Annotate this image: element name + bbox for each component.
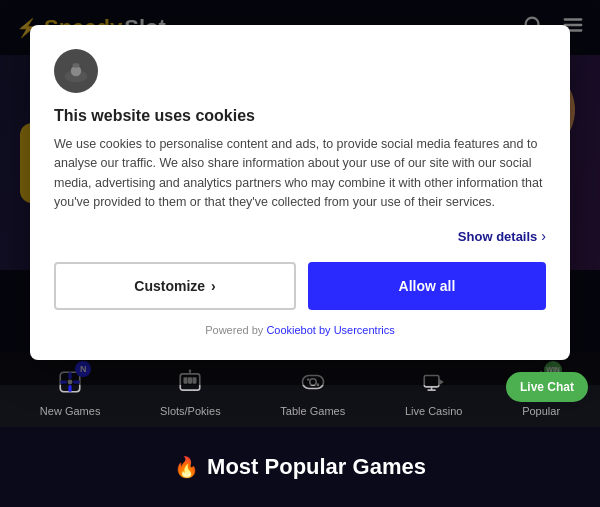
svg-rect-11: [69, 385, 72, 392]
powered-prefix: Powered by: [205, 324, 266, 336]
chevron-right-icon: ›: [541, 228, 546, 244]
customize-label: Customize: [134, 278, 205, 294]
modal-overlay: This website uses cookies We use cookies…: [0, 0, 600, 385]
new-games-label: New Games: [40, 405, 101, 417]
cookie-body-text: We use cookies to personalise content an…: [54, 135, 546, 213]
slots-label: Slots/Pokies: [160, 405, 221, 417]
most-popular-section: 🔥 Most Popular Games: [0, 427, 600, 507]
popular-label: Popular: [522, 405, 560, 417]
show-details-button[interactable]: Show details ›: [54, 228, 546, 244]
customize-button[interactable]: Customize ›: [54, 262, 296, 310]
cookie-title: This website uses cookies: [54, 107, 546, 125]
cookie-powered: Powered by Cookiebot by Usercentrics: [54, 324, 546, 336]
cookiebot-link[interactable]: Cookiebot by Usercentrics: [266, 324, 394, 336]
cookiebot-logo-icon: [54, 49, 98, 93]
live-casino-label: Live Casino: [405, 405, 462, 417]
table-games-label: Table Games: [280, 405, 345, 417]
show-details-label: Show details: [458, 229, 537, 244]
chevron-right-icon-customize: ›: [211, 278, 216, 294]
svg-rect-7: [73, 63, 80, 67]
allow-all-button[interactable]: Allow all: [308, 262, 546, 310]
most-popular-title: Most Popular Games: [207, 454, 426, 480]
cookie-modal: This website uses cookies We use cookies…: [30, 25, 570, 361]
cookie-logo: [54, 49, 546, 93]
fire-icon: 🔥: [174, 455, 199, 479]
live-chat-button[interactable]: Live Chat: [506, 372, 588, 402]
cookie-buttons: Customize › Allow all: [54, 262, 546, 310]
